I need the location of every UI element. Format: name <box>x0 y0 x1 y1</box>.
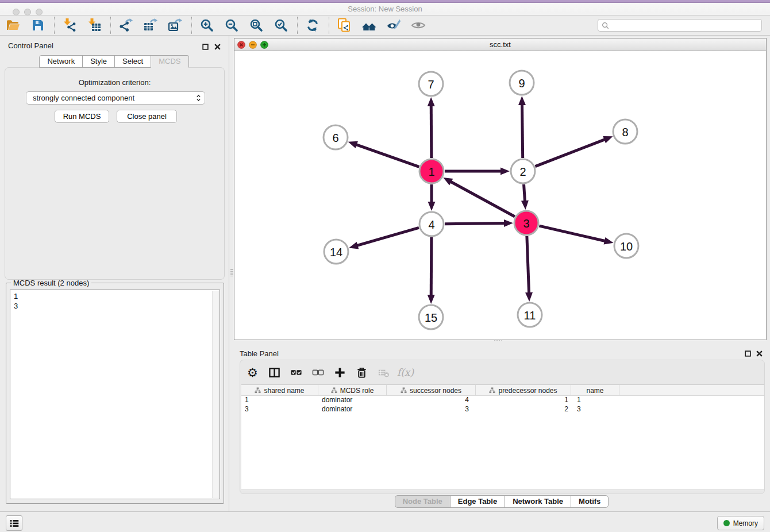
search-field[interactable] <box>598 19 762 32</box>
table-rows: 1dominator4113dominator323 <box>241 396 764 414</box>
graph-edge-4-14[interactable] <box>349 228 419 249</box>
tab-select[interactable]: Select <box>114 55 151 68</box>
network-canvas[interactable]: 1234678910111415 <box>234 51 766 340</box>
zoom-in-icon[interactable] <box>198 17 215 34</box>
export-table-icon[interactable] <box>142 17 159 34</box>
graph-node-8[interactable]: 8 <box>613 119 637 144</box>
graph-edge-1-2[interactable] <box>445 168 510 175</box>
graph-edge-4-3[interactable] <box>445 219 513 227</box>
table-cell[interactable]: 3 <box>571 405 619 414</box>
table-row[interactable]: 3dominator323 <box>241 405 764 414</box>
zoom-fit-icon[interactable] <box>248 17 265 34</box>
zoom-out-icon[interactable] <box>223 17 240 34</box>
export-image-icon[interactable] <box>167 17 184 34</box>
task-history-button[interactable] <box>6 515 22 531</box>
table-cell[interactable]: 4 <box>387 396 476 405</box>
graph-edge-1-6[interactable] <box>348 141 419 167</box>
graph-edge-2-3[interactable] <box>521 184 529 210</box>
network-view-frame: scc.txt 1234678910111415 <box>234 38 767 340</box>
show-style-icon[interactable] <box>385 17 402 34</box>
table-cell[interactable]: 3 <box>387 405 476 414</box>
node-table[interactable]: shared nameMCDS rolesuccessor nodesprede… <box>241 384 764 490</box>
save-session-icon[interactable] <box>29 17 47 34</box>
function-builder-icon: f(x) <box>398 364 413 380</box>
node-table-container: ⚙f(x) shared nameMCDS rolesuccessor node… <box>240 360 765 494</box>
network-title: scc.txt <box>234 38 766 51</box>
tab-network[interactable]: Network <box>39 55 83 68</box>
graph-node-11[interactable]: 11 <box>518 303 542 327</box>
apply-layout-icon[interactable] <box>304 17 321 34</box>
graph-node-14[interactable]: 14 <box>324 240 348 264</box>
delete-column-icon[interactable] <box>354 364 369 380</box>
run-mcds-button[interactable]: Run MCDS <box>55 110 109 123</box>
tab-motifs[interactable]: Motifs <box>571 495 609 508</box>
table-cell[interactable]: dominator <box>318 396 387 405</box>
toolbar-separator <box>54 17 55 34</box>
result-scrollbar[interactable] <box>212 291 219 498</box>
close-table-panel-icon[interactable] <box>756 349 763 357</box>
tab-mcds[interactable]: MCDS <box>151 55 188 68</box>
tab-style[interactable]: Style <box>82 55 115 68</box>
graph-node-3[interactable]: 3 <box>514 211 538 235</box>
graph-node-7[interactable]: 7 <box>419 72 443 96</box>
table-cell[interactable]: 3 <box>241 405 318 414</box>
float-table-panel-icon[interactable] <box>744 349 752 357</box>
criterion-dropdown[interactable]: strongly connected component <box>26 91 205 105</box>
graph-edge-2-8[interactable] <box>535 136 613 167</box>
tab-network-table[interactable]: Network Table <box>505 495 571 508</box>
control-panel-tabs: NetworkStyleSelectMCDS <box>0 55 229 68</box>
vertical-splitter-grip[interactable] <box>230 269 233 276</box>
graph-node-1[interactable]: 1 <box>419 159 444 183</box>
float-panel-icon[interactable] <box>202 43 209 50</box>
graph-node-15[interactable]: 15 <box>419 305 443 329</box>
preview-eye-icon[interactable] <box>410 17 427 34</box>
column-header-MCDS-role[interactable]: MCDS role <box>318 385 387 396</box>
graph-edge-1-7[interactable] <box>428 97 435 158</box>
search-input[interactable] <box>611 20 761 30</box>
mcds-result-textarea[interactable]: 13 <box>10 290 220 499</box>
table-cell[interactable]: 2 <box>476 405 571 414</box>
column-header-shared-name[interactable]: shared name <box>241 385 318 396</box>
table-cell[interactable]: dominator <box>318 405 387 414</box>
graph-edge-4-15[interactable] <box>428 237 435 304</box>
add-column-icon[interactable] <box>332 364 348 380</box>
home-icon[interactable] <box>360 17 378 34</box>
graph-edge-2-9[interactable] <box>518 96 526 158</box>
export-network-icon[interactable] <box>117 17 134 34</box>
column-header-name[interactable]: name <box>571 385 619 396</box>
unselect-all-columns-icon[interactable] <box>310 364 326 380</box>
import-network-icon[interactable] <box>61 17 78 34</box>
table-cell[interactable]: 1 <box>476 396 571 405</box>
zoom-selected-icon[interactable] <box>272 17 290 34</box>
network-frame-titlebar[interactable]: scc.txt <box>234 38 766 51</box>
graph-edge-3-1[interactable] <box>443 178 515 217</box>
graph-node-9[interactable]: 9 <box>510 71 534 95</box>
import-table-icon[interactable] <box>86 17 103 34</box>
graph-edge-3-11[interactable] <box>525 236 533 302</box>
control-panel: Control Panel NetworkStyleSelectMCDS Opt… <box>0 36 229 511</box>
window-titlebar: Session: New Session <box>0 3 770 16</box>
graph-node-4[interactable]: 4 <box>419 212 444 236</box>
table-cell[interactable]: 1 <box>241 396 318 405</box>
table-cell[interactable]: 1 <box>571 396 619 405</box>
graph-node-10[interactable]: 10 <box>614 234 638 258</box>
close-panel-button[interactable]: Close panel <box>117 110 177 123</box>
split-columns-icon[interactable] <box>267 364 282 380</box>
table-panel-tabs: Node TableEdge TableNetwork TableMotifs <box>234 495 770 508</box>
graph-edge-3-10[interactable] <box>539 226 613 244</box>
select-all-columns-icon[interactable] <box>288 364 304 380</box>
table-panel: Table Panel ⚙f(x) shared nameMCDS rolesu… <box>234 345 770 511</box>
column-header-successor-nodes[interactable]: successor nodes <box>387 385 476 396</box>
table-row[interactable]: 1dominator411 <box>241 396 764 405</box>
tab-node-table[interactable]: Node Table <box>395 495 451 508</box>
graph-node-6[interactable]: 6 <box>324 125 348 149</box>
memory-button[interactable]: Memory <box>717 516 764 530</box>
tab-edge-table[interactable]: Edge Table <box>450 495 505 508</box>
open-session-icon[interactable] <box>5 17 22 34</box>
graph-edge-1-4[interactable] <box>428 184 436 211</box>
close-panel-icon[interactable] <box>214 43 221 50</box>
settings-gear-icon[interactable]: ⚙ <box>245 364 260 380</box>
graph-node-2[interactable]: 2 <box>511 159 535 183</box>
column-header-predecessor-nodes[interactable]: predecessor nodes <box>476 385 571 396</box>
clone-network-icon[interactable] <box>336 17 353 34</box>
